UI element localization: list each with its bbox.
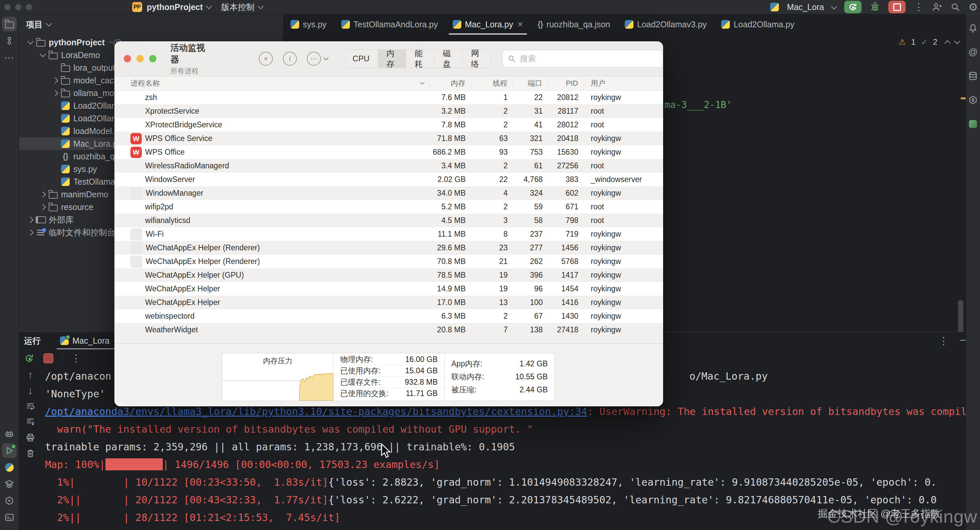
file-link[interactable]: /opt/anaconda3/envs/llama3_lora/lib/pyth… — [45, 406, 587, 417]
settings-gear-icon[interactable]: ⚙ — [968, 1, 978, 13]
editor-tab[interactable]: Load2Ollamav3.py — [617, 14, 714, 35]
project-panel-header[interactable]: 项目 — [19, 14, 291, 35]
editor-tab[interactable]: Load2Ollama.py — [714, 14, 802, 35]
scroll-up-icon[interactable]: ↑ — [25, 369, 36, 381]
process-row[interactable]: WWPS Office686.2 MB9375315630roykingw — [115, 145, 663, 159]
plugin-button[interactable] — [967, 118, 979, 130]
editor-tab[interactable]: Mac_Lora.py× — [445, 14, 530, 35]
more-tool-windows-button[interactable]: ⋯ — [2, 50, 17, 65]
column-memory[interactable]: 内存 — [430, 76, 471, 90]
close-icon[interactable] — [124, 55, 131, 62]
process-row[interactable]: zsh7.6 MB12220812roykingw — [115, 90, 663, 104]
run-tool-button[interactable] — [2, 443, 17, 458]
threads-value: 13 — [471, 298, 513, 307]
python-icon — [60, 114, 71, 123]
chevron-right-icon[interactable] — [38, 205, 48, 209]
process-row[interactable]: WindowServer2.02 GB224,768383_windowserv… — [115, 173, 663, 186]
terminal-button[interactable] — [2, 510, 17, 525]
clear-icon[interactable] — [25, 447, 36, 459]
chevron-right-icon[interactable] — [50, 78, 60, 83]
process-row[interactable]: WeChatAppEx Helper (Renderer)29.6 MB2327… — [115, 241, 663, 255]
add-user-icon[interactable] — [932, 2, 942, 12]
memory-value: 4.5 MB — [430, 216, 471, 225]
tab-CPU[interactable]: CPU — [344, 50, 378, 68]
chevron-right-icon[interactable] — [50, 91, 60, 95]
run-anything-button[interactable] — [2, 494, 17, 508]
build-tool-button[interactable] — [967, 94, 979, 106]
process-row[interactable]: WeChatAppEx Helper17.0 MB131001416roykin… — [115, 296, 663, 309]
inspections-widget[interactable]: ⚠ 1 ✓ 2 — [899, 37, 959, 47]
column-user[interactable]: 用户 — [584, 76, 663, 90]
process-row[interactable]: XProtectBridgeService7.8 MB24128012root — [115, 118, 663, 132]
chevron-down-icon[interactable] — [954, 38, 960, 44]
vcs-menu[interactable]: 版本控制 — [221, 2, 255, 13]
stop-button[interactable] — [888, 1, 905, 13]
more-icon[interactable]: ⋮ — [71, 353, 81, 363]
search-field[interactable]: 搜索 — [502, 50, 663, 67]
print-icon[interactable] — [25, 432, 36, 443]
rerun-button[interactable] — [844, 1, 862, 13]
chevron-right-icon[interactable] — [25, 218, 35, 222]
process-row[interactable]: WeChatAppEx Helper (GPU)78.5 MB193961417… — [115, 268, 663, 282]
project-tool-button[interactable] — [2, 17, 17, 31]
window-close-icon[interactable] — [4, 4, 11, 10]
column-ports[interactable]: 端口 — [513, 76, 548, 90]
column-threads[interactable]: 线程 — [471, 76, 513, 90]
chevron-right-icon[interactable] — [25, 230, 35, 235]
services-button[interactable] — [2, 477, 17, 491]
more-actions-icon[interactable]: ⋮ — [914, 2, 924, 12]
process-row[interactable]: WeChatAppEx Helper (Renderer)70.8 MB2126… — [115, 255, 663, 268]
stop-process-button[interactable]: × — [259, 52, 273, 66]
chevron-up-icon[interactable] — [945, 40, 951, 46]
console-text: trainable params: 2,359,296 || all param… — [45, 441, 515, 453]
column-process-name[interactable]: 进程名称 — [115, 76, 430, 90]
rerun-icon[interactable] — [24, 353, 35, 364]
more-options-icon[interactable]: ⋮ — [939, 335, 949, 347]
process-row[interactable]: webinspectord6.3 MB2671430roykingw — [115, 309, 663, 323]
run-session-tab[interactable]: Mac_Lora × — [57, 332, 123, 349]
debug-icon[interactable] — [870, 2, 880, 12]
column-pid[interactable]: PID — [548, 76, 584, 90]
window-minimize-icon[interactable] — [15, 4, 21, 10]
process-row[interactable]: WindowManager34.0 MB4324602roykingw — [115, 186, 663, 200]
tab-磁盘[interactable]: 磁盘 — [434, 50, 463, 68]
tree-item-label: lora_output — [73, 63, 115, 73]
process-row[interactable]: XprotectService3.2 MB23128117root — [115, 104, 663, 118]
notifications-button[interactable] — [967, 22, 979, 34]
editor-tab[interactable]: sys.py — [283, 14, 334, 35]
search-icon[interactable] — [950, 2, 960, 12]
process-row[interactable]: WWPS Office Service71.8 MB6332120418royk… — [115, 132, 663, 145]
commit-tool-button[interactable] — [2, 33, 17, 48]
process-row[interactable]: wifianalyticsd4.5 MB358798root — [115, 214, 663, 227]
python-console-button[interactable] — [2, 460, 17, 474]
scroll-to-end-icon[interactable] — [25, 416, 36, 428]
editor-tab[interactable]: {}ruozhiba_qa.json — [530, 14, 617, 35]
more-options-button[interactable]: ⋯ — [307, 52, 328, 66]
run-config-selector[interactable]: Mac_Lora — [787, 2, 824, 12]
tab-能耗[interactable]: 能耗 — [406, 50, 434, 68]
database-button[interactable] — [967, 70, 979, 82]
window-zoom-icon[interactable] — [26, 4, 32, 10]
process-row[interactable]: WeatherWidget20.8 MB713827418roykingw — [115, 323, 663, 336]
process-row[interactable]: wifip2pd5.2 MB259671root — [115, 200, 663, 214]
soft-wrap-icon[interactable] — [25, 401, 36, 412]
inspect-process-button[interactable]: i — [283, 52, 297, 66]
tab-内存[interactable]: 内存 — [378, 50, 406, 68]
tab-网络[interactable]: 网络 — [462, 50, 491, 68]
zoom-icon[interactable] — [149, 55, 156, 62]
process-row[interactable]: WeChatAppEx Helper14.9 MB19961454royking… — [115, 282, 663, 296]
process-row[interactable]: Wi-Fi11.1 MB8237719roykingw — [115, 227, 663, 241]
project-name-menu[interactable]: pythonProject — [147, 2, 203, 12]
close-icon[interactable]: × — [517, 19, 523, 30]
stop-icon[interactable] — [43, 353, 53, 363]
editor-tab[interactable]: TestOllamaAndLora.py — [334, 14, 445, 35]
ai-chat-button[interactable]: @ — [967, 46, 979, 58]
scroll-down-icon[interactable]: ↓ — [25, 385, 36, 396]
chevron-down-icon[interactable] — [25, 41, 35, 44]
ports-value: 41 — [513, 120, 548, 129]
ai-assistant-button[interactable] — [2, 427, 17, 441]
chevron-right-icon[interactable] — [38, 192, 48, 197]
process-row[interactable]: WirelessRadioManagerd3.4 MB26127256root — [115, 159, 663, 173]
chevron-down-icon[interactable] — [38, 54, 48, 56]
minimize-icon[interactable] — [137, 55, 144, 62]
